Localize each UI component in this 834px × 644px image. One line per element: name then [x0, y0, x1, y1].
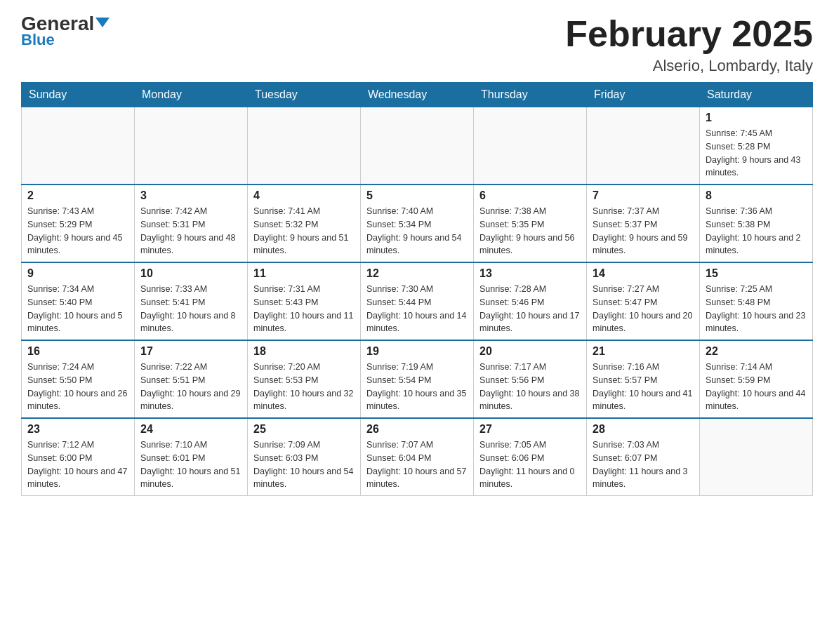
calendar-week-row: 9Sunrise: 7:34 AM Sunset: 5:40 PM Daylig… — [22, 262, 813, 340]
day-info: Sunrise: 7:17 AM Sunset: 5:56 PM Dayligh… — [479, 361, 581, 413]
header-sunday: Sunday — [22, 83, 135, 107]
day-info: Sunrise: 7:37 AM Sunset: 5:37 PM Dayligh… — [593, 205, 694, 257]
day-number: 21 — [593, 345, 694, 358]
day-number: 14 — [593, 267, 694, 280]
day-number: 7 — [593, 189, 694, 202]
table-row: 4Sunrise: 7:41 AM Sunset: 5:32 PM Daylig… — [248, 185, 361, 262]
page-header: General Blue February 2025 Alserio, Lomb… — [21, 14, 813, 75]
table-row — [248, 107, 361, 185]
table-row: 26Sunrise: 7:07 AM Sunset: 6:04 PM Dayli… — [361, 418, 474, 496]
header-saturday: Saturday — [700, 83, 813, 107]
day-number: 15 — [706, 267, 807, 280]
day-number: 16 — [27, 345, 128, 358]
day-number: 9 — [27, 267, 128, 280]
calendar-week-row: 2Sunrise: 7:43 AM Sunset: 5:29 PM Daylig… — [22, 185, 813, 262]
day-info: Sunrise: 7:27 AM Sunset: 5:47 PM Dayligh… — [593, 283, 694, 335]
table-row: 13Sunrise: 7:28 AM Sunset: 5:46 PM Dayli… — [474, 262, 587, 340]
table-row: 12Sunrise: 7:30 AM Sunset: 5:44 PM Dayli… — [361, 262, 474, 340]
table-row: 22Sunrise: 7:14 AM Sunset: 5:59 PM Dayli… — [700, 340, 813, 418]
calendar-week-row: 1Sunrise: 7:45 AM Sunset: 5:28 PM Daylig… — [22, 107, 813, 185]
day-number: 11 — [253, 267, 355, 280]
day-info: Sunrise: 7:19 AM Sunset: 5:54 PM Dayligh… — [366, 361, 468, 413]
day-info: Sunrise: 7:28 AM Sunset: 5:46 PM Dayligh… — [479, 283, 581, 335]
day-info: Sunrise: 7:24 AM Sunset: 5:50 PM Dayligh… — [27, 361, 128, 413]
location-title: Alserio, Lombardy, Italy — [565, 57, 813, 75]
day-number: 18 — [253, 345, 355, 358]
table-row: 14Sunrise: 7:27 AM Sunset: 5:47 PM Dayli… — [587, 262, 700, 340]
day-info: Sunrise: 7:30 AM Sunset: 5:44 PM Dayligh… — [366, 283, 468, 335]
table-row — [22, 107, 135, 185]
table-row: 18Sunrise: 7:20 AM Sunset: 5:53 PM Dayli… — [248, 340, 361, 418]
day-info: Sunrise: 7:31 AM Sunset: 5:43 PM Dayligh… — [253, 283, 355, 335]
day-number: 6 — [479, 189, 581, 202]
calendar-header-row: Sunday Monday Tuesday Wednesday Thursday… — [22, 83, 813, 107]
day-info: Sunrise: 7:05 AM Sunset: 6:06 PM Dayligh… — [479, 438, 581, 491]
table-row: 19Sunrise: 7:19 AM Sunset: 5:54 PM Dayli… — [361, 340, 474, 418]
table-row: 27Sunrise: 7:05 AM Sunset: 6:06 PM Dayli… — [474, 418, 587, 496]
table-row: 16Sunrise: 7:24 AM Sunset: 5:50 PM Dayli… — [22, 340, 135, 418]
table-row: 1Sunrise: 7:45 AM Sunset: 5:28 PM Daylig… — [700, 107, 813, 185]
day-number: 22 — [706, 345, 807, 358]
calendar-table: Sunday Monday Tuesday Wednesday Thursday… — [21, 82, 813, 496]
header-thursday: Thursday — [474, 83, 587, 107]
calendar-week-row: 16Sunrise: 7:24 AM Sunset: 5:50 PM Dayli… — [22, 340, 813, 418]
day-info: Sunrise: 7:38 AM Sunset: 5:35 PM Dayligh… — [479, 205, 581, 257]
day-info: Sunrise: 7:45 AM Sunset: 5:28 PM Dayligh… — [706, 127, 807, 180]
day-info: Sunrise: 7:43 AM Sunset: 5:29 PM Dayligh… — [27, 205, 128, 257]
header-wednesday: Wednesday — [361, 83, 474, 107]
day-info: Sunrise: 7:25 AM Sunset: 5:48 PM Dayligh… — [706, 283, 807, 335]
table-row: 3Sunrise: 7:42 AM Sunset: 5:31 PM Daylig… — [135, 185, 248, 262]
day-info: Sunrise: 7:34 AM Sunset: 5:40 PM Dayligh… — [27, 283, 128, 335]
table-row — [135, 107, 248, 185]
day-number: 27 — [479, 423, 581, 436]
day-number: 5 — [366, 189, 468, 202]
table-row: 2Sunrise: 7:43 AM Sunset: 5:29 PM Daylig… — [22, 185, 135, 262]
day-info: Sunrise: 7:41 AM Sunset: 5:32 PM Dayligh… — [253, 205, 355, 257]
day-number: 23 — [27, 423, 128, 436]
table-row: 10Sunrise: 7:33 AM Sunset: 5:41 PM Dayli… — [135, 262, 248, 340]
day-info: Sunrise: 7:36 AM Sunset: 5:38 PM Dayligh… — [706, 205, 807, 257]
table-row: 9Sunrise: 7:34 AM Sunset: 5:40 PM Daylig… — [22, 262, 135, 340]
table-row — [474, 107, 587, 185]
table-row: 7Sunrise: 7:37 AM Sunset: 5:37 PM Daylig… — [587, 185, 700, 262]
table-row: 5Sunrise: 7:40 AM Sunset: 5:34 PM Daylig… — [361, 185, 474, 262]
day-number: 4 — [253, 189, 355, 202]
day-info: Sunrise: 7:10 AM Sunset: 6:01 PM Dayligh… — [140, 438, 241, 491]
day-number: 20 — [479, 345, 581, 358]
day-number: 19 — [366, 345, 468, 358]
table-row — [361, 107, 474, 185]
day-info: Sunrise: 7:40 AM Sunset: 5:34 PM Dayligh… — [366, 205, 468, 257]
day-info: Sunrise: 7:14 AM Sunset: 5:59 PM Dayligh… — [706, 361, 807, 413]
day-number: 1 — [706, 112, 807, 124]
day-info: Sunrise: 7:03 AM Sunset: 6:07 PM Dayligh… — [593, 438, 694, 491]
day-info: Sunrise: 7:12 AM Sunset: 6:00 PM Dayligh… — [27, 438, 128, 491]
day-info: Sunrise: 7:22 AM Sunset: 5:51 PM Dayligh… — [140, 361, 241, 413]
day-number: 17 — [140, 345, 241, 358]
table-row: 17Sunrise: 7:22 AM Sunset: 5:51 PM Dayli… — [135, 340, 248, 418]
day-info: Sunrise: 7:09 AM Sunset: 6:03 PM Dayligh… — [253, 438, 355, 491]
table-row: 21Sunrise: 7:16 AM Sunset: 5:57 PM Dayli… — [587, 340, 700, 418]
calendar-week-row: 23Sunrise: 7:12 AM Sunset: 6:00 PM Dayli… — [22, 418, 813, 496]
day-info: Sunrise: 7:20 AM Sunset: 5:53 PM Dayligh… — [253, 361, 355, 413]
day-info: Sunrise: 7:07 AM Sunset: 6:04 PM Dayligh… — [366, 438, 468, 491]
table-row: 20Sunrise: 7:17 AM Sunset: 5:56 PM Dayli… — [474, 340, 587, 418]
table-row: 25Sunrise: 7:09 AM Sunset: 6:03 PM Dayli… — [248, 418, 361, 496]
header-friday: Friday — [587, 83, 700, 107]
table-row — [700, 418, 813, 496]
day-number: 2 — [27, 189, 128, 202]
table-row: 15Sunrise: 7:25 AM Sunset: 5:48 PM Dayli… — [700, 262, 813, 340]
logo: General Blue — [21, 14, 110, 49]
day-info: Sunrise: 7:33 AM Sunset: 5:41 PM Dayligh… — [140, 283, 241, 335]
day-info: Sunrise: 7:16 AM Sunset: 5:57 PM Dayligh… — [593, 361, 694, 413]
day-number: 28 — [593, 423, 694, 436]
table-row: 11Sunrise: 7:31 AM Sunset: 5:43 PM Dayli… — [248, 262, 361, 340]
month-title: February 2025 — [565, 14, 813, 54]
table-row: 24Sunrise: 7:10 AM Sunset: 6:01 PM Dayli… — [135, 418, 248, 496]
day-number: 10 — [140, 267, 241, 280]
day-number: 8 — [706, 189, 807, 202]
table-row: 6Sunrise: 7:38 AM Sunset: 5:35 PM Daylig… — [474, 185, 587, 262]
day-number: 26 — [366, 423, 468, 436]
table-row — [587, 107, 700, 185]
logo-blue-text: Blue — [21, 31, 55, 49]
day-number: 13 — [479, 267, 581, 280]
